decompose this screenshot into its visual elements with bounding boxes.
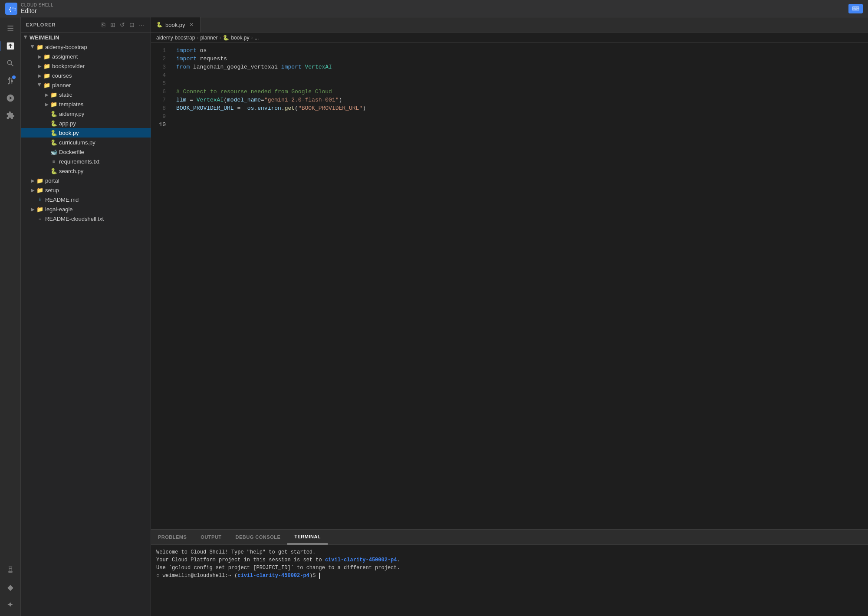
source-control-icon[interactable] [3,73,18,88]
refresh-icon[interactable]: ↺ [118,21,126,29]
code-line-3: from langchain_google_vertexai import Ve… [173,63,868,71]
code-line-1: import os [173,46,868,55]
code-line-9 [173,112,868,121]
line-num-1: 1 [151,46,166,55]
tree-folder-legal-eagle[interactable]: ▶ 📁 legal-eagle [21,204,151,214]
tree-file-readme-cloudshell[interactable]: ▶ ≡ README-cloudshell.txt [21,214,151,223]
tab-debug-console[interactable]: DEBUG CONSOLE [229,529,288,544]
more-actions-icon[interactable]: ··· [138,21,145,29]
root-label: WEIMEILIN [30,34,59,41]
code-content[interactable]: import os import requests from langchain… [173,43,868,529]
tree-file-search-py[interactable]: ▶ 🐍 search.py [21,166,151,176]
menu-icon[interactable]: ☰ [3,21,18,36]
file-label: aidemy.py [59,111,84,117]
run-debug-icon[interactable] [3,90,18,106]
app-subtitle: CLOUD SHELL [21,3,53,7]
tree-file-aidemy-py[interactable]: ▶ 🐍 aidemy.py [21,109,151,118]
code-line-10 [173,121,868,129]
tree-folder-portal[interactable]: ▶ 📁 portal [21,176,151,185]
file-label: README-cloudshell.txt [45,216,104,222]
tab-problems[interactable]: PROBLEMS [151,529,194,544]
chevron-right-icon: ▶ [43,101,50,108]
terminal-content[interactable]: Welcome to Cloud Shell! Type "help" to g… [151,545,868,616]
chevron-right-icon: ▶ [30,43,36,50]
tree-file-requirements-txt[interactable]: ▶ ≡ requirements.txt [21,157,151,166]
collapse-all-icon[interactable]: ⊟ [128,21,136,29]
sparkle-icon[interactable]: ✦ [3,597,18,613]
breadcrumb-part-2: planner [200,35,217,41]
tree-folder-setup[interactable]: ▶ 📁 setup [21,185,151,195]
editor-tab-book-py[interactable]: 🐍 book.py ✕ [151,17,201,32]
code-line-6: # Connect to resourse needed from Google… [173,88,868,96]
folder-icon: 📁 [36,206,43,213]
chevron-right-icon: ▶ [43,91,50,98]
docker-file-icon: 🐋 [50,148,57,155]
code-editor: 1 2 3 4 5 6 7 8 9 10 import os import re… [151,43,868,529]
sidebar: EXPLORER ⎘ ⊞ ↺ ⊟ ··· ▶ WEIMEILIN ▶ 📁 aid… [21,17,151,616]
tree-folder-bookprovider[interactable]: ▶ 📁 bookprovider [21,61,151,71]
breadcrumb-sep-3: › [251,35,253,41]
bottom-panel: PROBLEMS OUTPUT DEBUG CONSOLE TERMINAL W… [151,529,868,616]
tab-close-icon[interactable]: ✕ [188,21,195,28]
file-label: search.py [59,168,83,174]
python-icon: 🐍 [156,22,163,28]
tree-file-app-py[interactable]: ▶ 🐍 app.py [21,118,151,128]
breadcrumb-py-icon: 🐍 [223,35,229,41]
tab-output[interactable]: OUTPUT [194,529,228,544]
editor-tabs: 🐍 book.py ✕ [151,17,868,33]
info-icon: ℹ [36,196,43,203]
folder-icon: 📁 [36,43,43,50]
chevron-right-icon: ▶ [30,187,36,193]
python-file-icon: 🐍 [50,129,57,136]
line-num-5: 5 [151,79,166,88]
tree-file-curriculums-py[interactable]: ▶ 🐍 curriculums.py [21,138,151,147]
file-label: requirements.txt [59,158,99,165]
folder-icon: 📁 [36,177,43,184]
tree-folder-aidemy-bootstrap[interactable]: ▶ 📁 aidemy-boostrap [21,42,151,52]
extensions-icon[interactable] [3,108,18,123]
tab-terminal[interactable]: TERMINAL [287,529,328,544]
app-info: CLOUD SHELL Editor [21,3,53,14]
breadcrumb-part-3: book.py [231,35,249,41]
tree-folder-templates[interactable]: ▶ 📁 templates [21,99,151,109]
breadcrumb: aidemy-boostrap › planner › 🐍 book.py › … [151,33,868,43]
search-icon[interactable] [3,56,18,71]
line-num-2: 2 [151,55,166,63]
tree-folder-static[interactable]: ▶ 📁 static [21,90,151,99]
chevron-right-icon: ▶ [36,82,43,88]
tree-folder-courses[interactable]: ▶ 📁 courses [21,71,151,80]
diamond-icon[interactable]: ◆ [3,580,18,595]
new-file-icon[interactable]: ⎘ [99,21,107,29]
terminal-line-4: ○ weimeilin@cloudshell:~ (civil-clarity-… [156,572,863,580]
folder-icon: 📁 [43,82,50,88]
folder-icon: 📁 [43,62,50,69]
tree-root[interactable]: ▶ WEIMEILIN [21,33,151,42]
folder-label: assigment [52,53,78,60]
tree-file-readme-md[interactable]: ▶ ℹ README.md [21,195,151,204]
tree-folder-assigment[interactable]: ▶ 📁 assigment [21,52,151,61]
line-numbers: 1 2 3 4 5 6 7 8 9 10 [151,43,173,529]
tree-file-dockerfile[interactable]: ▶ 🐋 Dockerfile [21,147,151,157]
line-num-6: 6 [151,88,166,96]
folder-label: setup [45,187,59,193]
explorer-icon[interactable] [3,38,18,54]
app-logo: {'>'} [5,3,17,15]
activity-bar: ☰ ◆ ✦ [0,17,21,616]
app-title: Editor [21,7,53,14]
new-folder-icon[interactable]: ⊞ [109,21,117,29]
breadcrumb-sep-1: › [197,35,198,41]
folder-label: courses [52,72,72,79]
tree-folder-planner[interactable]: ▶ 📁 planner [21,80,151,90]
open-terminal-button[interactable]: ⌨ [848,4,863,13]
python-file-icon: 🐍 [50,167,57,174]
flask-icon[interactable] [3,562,18,578]
top-bar: {'>'} CLOUD SHELL Editor ⌨ [0,0,868,17]
code-line-2: import requests [173,55,868,63]
text-file-icon: ≡ [50,158,57,165]
tree-file-book-py[interactable]: ▶ 🐍 book.py [21,128,151,138]
text-file-icon: ≡ [36,215,43,222]
folder-icon: 📁 [50,101,57,108]
editor-area: 🐍 book.py ✕ aidemy-boostrap › planner › … [151,17,868,616]
folder-label: aidemy-boostrap [45,44,87,50]
line-num-3: 3 [151,63,166,71]
